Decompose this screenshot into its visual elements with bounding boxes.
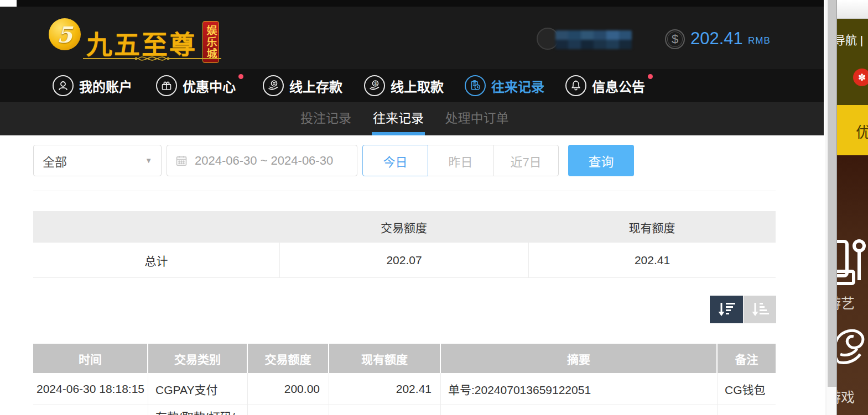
site-header: 5 九五至尊 娱乐城 $ 202.41 RMB [0,7,824,69]
yesterday-button[interactable]: 昨日 [428,145,493,176]
dollar-coin-icon: $ [665,29,685,49]
cell-type: 存款/取款/打码/ [148,405,248,415]
browser-scrollbar[interactable] [825,0,836,415]
arcade-machine-icon [836,237,867,292]
sort-ascending-icon [750,301,770,318]
background-window-promo-band: 优 [837,105,868,155]
withdraw-icon: $ [364,75,385,96]
records-header-row: 时间 交易类别 交易额度 现有额度 摘要 备注 [33,344,776,373]
quick-range-group: 今日 昨日 近7日 [362,145,559,176]
tab-label: 往来记录 [373,111,424,125]
cell-time: 2024-06-30 18:18:15 [33,373,148,405]
col-header-balance: 现有额度 [329,344,441,373]
background-window-navband: 导航 | ✽ [837,19,868,105]
search-button[interactable]: 查询 [568,145,634,176]
type-select-value: 全部 [43,152,145,170]
summary-header-row: 交易额度 现有额度 [33,211,776,243]
nav-item-promotions[interactable]: 优惠中心 [156,75,236,96]
shell-icon [836,325,867,366]
sort-descending-icon [716,301,736,318]
nav-label: 往来记录 [491,76,544,96]
notification-dot [238,74,243,79]
page-root: 5 九五至尊 娱乐城 $ 202.41 RMB [0,0,868,415]
date-range-input[interactable]: 2024-06-30 ~ 2024-06-30 [167,145,357,176]
cell-time [33,405,148,415]
cell-trade-amount [248,405,329,415]
cell-remark [718,405,776,415]
nav-item-withdraw[interactable]: $ 线上取款 [364,75,444,96]
col-header-trade-amount: 交易额度 [248,344,329,373]
cell-balance: 202.41 [329,373,441,405]
cell-type: CGPAY支付 [148,373,248,405]
bell-icon [565,75,586,96]
cell-remark: CG钱包 [718,373,776,405]
calendar-icon [175,154,188,167]
summary-trade-total: 202.07 [279,243,528,277]
balance-amount: 202.41 [690,29,743,49]
background-window: 导航 | ✽ 优 游艺 游戏 [836,0,868,415]
summary-total-row: 总计 202.07 202.41 [33,243,776,278]
top-corner-gap [0,0,17,7]
nav-item-records[interactable]: 往来记录 [465,75,544,96]
nav-label: 线上存款 [289,76,342,96]
brand-logo-badge-icon[interactable]: 5 [49,18,81,50]
nav-item-my-account[interactable]: 我的账户 [53,75,132,96]
balance-currency: RMB [748,35,771,46]
background-window-menu: 游艺 游戏 [837,155,868,415]
summary-balance-total: 202.41 [528,243,776,277]
promo-char[interactable]: 优 [856,120,868,142]
nav-item-deposit[interactable]: 线上存款 [263,75,342,96]
cell-summary [441,405,718,415]
notification-dot [648,74,653,79]
nav-item-announcements[interactable]: 信息公告 [565,75,645,96]
flag-flower-icon[interactable]: ✽ [853,69,868,86]
background-window-titlebar [837,0,868,19]
nav-label: 我的账户 [79,76,132,96]
sort-ascending-button[interactable] [744,296,776,323]
records-table: 时间 交易类别 交易额度 现有额度 摘要 备注 2024-06-30 18:18… [33,344,776,415]
table-row-partial: 存款/取款/打码/ [33,405,776,415]
table-row: 2024-06-30 18:18:15 CGPAY支付 200.00 202.4… [33,373,776,405]
cell-balance [329,405,441,415]
main-window: 5 九五至尊 娱乐城 $ 202.41 RMB [0,0,824,415]
summary-total-label: 总计 [33,243,279,277]
user-icon [53,75,74,96]
summary-header-balance: 现有额度 [528,219,776,235]
top-strip [0,0,824,7]
chevron-down-icon: ▼ [145,156,152,165]
main-nav: 我的账户 优惠中心 [0,69,824,102]
type-select[interactable]: 全部 ▼ [33,145,162,176]
cell-trade-amount: 200.00 [248,373,329,405]
game-category-label[interactable]: 游艺 [836,292,855,312]
gift-icon [156,75,177,96]
today-button[interactable]: 今日 [362,145,428,176]
record-tabs: 投注记录 往来记录 处理中订单 [0,102,824,135]
nav-label: 信息公告 [592,76,645,96]
tab-transaction-records[interactable]: 往来记录 [373,102,424,135]
records-icon [465,75,486,96]
tab-bet-records[interactable]: 投注记录 [300,102,351,135]
summary-header-trade: 交易额度 [279,219,528,235]
section-divider [33,191,776,191]
active-tab-underline [372,132,425,135]
flourish-icon [83,54,221,63]
background-nav-text[interactable]: 导航 | [836,31,863,48]
nav-label: 线上取款 [391,76,444,96]
date-range-value: 2024-06-30 ~ 2024-06-30 [195,154,333,168]
nav-label: 优惠中心 [183,76,236,96]
col-header-summary: 摘要 [441,344,718,373]
tab-processing-orders[interactable]: 处理中订单 [445,102,509,135]
summary-table: 交易额度 现有额度 总计 202.07 202.41 [33,211,776,278]
deposit-icon [263,75,284,96]
username-blurred [555,30,632,49]
game-category-label[interactable]: 游戏 [836,386,855,406]
col-header-type: 交易类别 [148,344,248,373]
last7days-button[interactable]: 近7日 [493,145,559,176]
cell-summary: 单号:202407013659122051 [441,373,718,405]
sort-descending-button[interactable] [710,296,743,323]
col-header-remark: 备注 [718,344,776,373]
svg-text:$: $ [374,81,377,86]
col-header-time: 时间 [33,344,148,373]
